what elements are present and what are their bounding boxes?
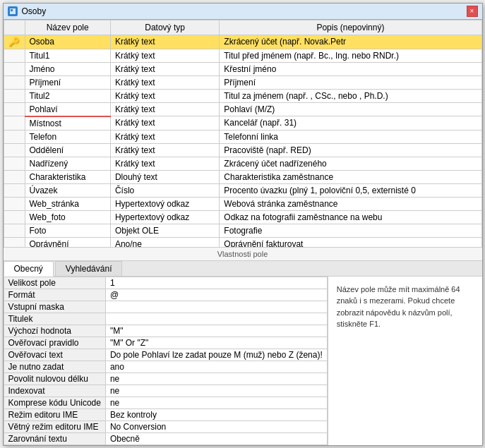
vlastnosti-label: Vlastnosti pole xyxy=(4,247,482,260)
table-row[interactable]: OdděleníKrátký textPracoviště (např. RED… xyxy=(4,143,481,157)
prop-label: Je nutno zadat xyxy=(4,361,105,373)
prop-value[interactable]: ano xyxy=(105,361,327,373)
tabs-row: Obecný Vyhledávání xyxy=(4,261,482,277)
close-button[interactable]: × xyxy=(467,6,478,17)
table-row[interactable]: MístnostKrátký textKancelář (např. 31) xyxy=(4,116,481,131)
type-cell: Krátký text xyxy=(110,130,219,143)
key-cell xyxy=(4,224,25,237)
type-cell: Dlouhý text xyxy=(110,170,219,183)
type-cell: Hypertextový odkaz xyxy=(110,210,219,224)
desc-cell: Titul před jménem (např. Bc., Ing. nebo … xyxy=(220,49,481,62)
desc-cell: Oprávnění fakturovat xyxy=(220,237,481,247)
th-key xyxy=(4,20,25,35)
prop-value[interactable]: ne xyxy=(105,396,327,408)
key-cell xyxy=(4,170,25,183)
table-row[interactable]: CharakteristikaDlouhý textCharakteristik… xyxy=(4,170,481,183)
name-cell: Nadřízený xyxy=(25,157,110,170)
desc-cell: Webová stránka zaměstnance xyxy=(220,197,481,210)
table-row[interactable]: 🔑OsobaKrátký textZkrácený účet (např. No… xyxy=(4,35,481,49)
prop-value[interactable]: ne xyxy=(105,385,327,396)
name-cell: Titul2 xyxy=(25,89,110,102)
table-row[interactable]: Web_stránkaHypertextový odkazWebová strá… xyxy=(4,197,481,210)
prop-label: Komprese kódu Unicode xyxy=(4,396,105,408)
properties-area: Velikost pole1Formát@Vstupní maskaTitule… xyxy=(4,277,482,445)
prop-label: Povolit nulovou délku xyxy=(4,373,105,385)
table-row[interactable]: OprávněníAno/neOprávnění fakturovat xyxy=(4,237,481,247)
key-cell: 🔑 xyxy=(4,35,25,49)
name-cell: Oddělení xyxy=(25,143,110,157)
type-cell: Krátký text xyxy=(110,116,219,131)
prop-value[interactable] xyxy=(105,301,327,313)
desc-cell: Zkrácený účet (např. Novak.Petr xyxy=(220,35,481,49)
table-body: 🔑OsobaKrátký textZkrácený účet (např. No… xyxy=(4,35,481,247)
name-cell: Foto xyxy=(25,224,110,237)
prop-label: Zarovnání textu xyxy=(4,432,105,444)
desc-cell: Zkrácený účet nadřízeného xyxy=(220,157,481,170)
prop-value[interactable]: Obecně xyxy=(105,432,327,444)
prop-value[interactable]: No Conversion xyxy=(105,420,327,432)
table-row[interactable]: TelefonKrátký textTelefonní linka xyxy=(4,130,481,143)
prop-value[interactable]: "M" Or "Z" xyxy=(105,337,327,349)
props-tbody: Velikost pole1Formát@Vstupní maskaTitule… xyxy=(4,277,327,444)
table-row[interactable]: Titul2Krátký textTitul za jménem (např. … xyxy=(4,89,481,102)
table-row[interactable]: NadřízenýKrátký textZkrácený účet nadříz… xyxy=(4,157,481,170)
key-cell xyxy=(4,130,25,143)
type-cell: Krátký text xyxy=(110,89,219,102)
fields-table: Název pole Datový typ Popis (nepovinný) … xyxy=(4,20,482,247)
prop-label: Indexovat xyxy=(4,385,105,396)
th-name: Název pole xyxy=(25,20,110,35)
table-row[interactable]: Web_fotoHypertextový odkazOdkaz na fotog… xyxy=(4,210,481,224)
bottom-section: Obecný Vyhledávání Velikost pole1Formát@… xyxy=(4,260,482,445)
th-desc: Popis (nepovinný) xyxy=(220,20,481,35)
name-cell: Oprávnění xyxy=(25,237,110,247)
key-cell xyxy=(4,49,25,62)
table-row[interactable]: ÚvazekČísloProcento úvazku (plný 1, polo… xyxy=(4,183,481,197)
prop-value[interactable]: ne xyxy=(105,373,327,385)
prop-row: Velikost pole1 xyxy=(4,277,327,289)
name-cell: Titul1 xyxy=(25,49,110,62)
prop-value[interactable]: 1 xyxy=(105,277,327,289)
prop-value[interactable] xyxy=(105,313,327,325)
prop-value[interactable]: Bez kontroly xyxy=(105,408,327,420)
props-table-wrap: Velikost pole1Formát@Vstupní maskaTitule… xyxy=(4,277,328,445)
desc-cell: Příjmení xyxy=(220,75,481,89)
name-cell: Místnost xyxy=(25,116,110,131)
desc-cell: Pracoviště (např. RED) xyxy=(220,143,481,157)
prop-row: Ověřovací textDo pole Pohlaví lze zadat … xyxy=(4,349,327,361)
table-row[interactable]: Titul1Krátký textTitul před jménem (např… xyxy=(4,49,481,62)
desc-cell: Pohlaví (M/Z) xyxy=(220,102,481,116)
table-row[interactable]: PříjmeníKrátký textPříjmení xyxy=(4,75,481,89)
name-cell: Charakteristika xyxy=(25,170,110,183)
window-icon xyxy=(8,6,18,16)
name-cell: Web_foto xyxy=(25,210,110,224)
desc-cell: Titul za jménem (např. , CSc., nebo , Ph… xyxy=(220,89,481,102)
prop-value[interactable]: @ xyxy=(105,289,327,301)
main-table-wrap[interactable]: Název pole Datový typ Popis (nepovinný) … xyxy=(4,20,482,247)
prop-row: Ověřovací pravidlo"M" Or "Z" xyxy=(4,337,327,349)
name-cell: Telefon xyxy=(25,130,110,143)
prop-label: Větný režim editoru IME xyxy=(4,420,105,432)
name-cell: Web_stránka xyxy=(25,197,110,210)
key-cell xyxy=(4,102,25,116)
tab-obecny[interactable]: Obecný xyxy=(4,261,54,277)
title-bar: Osoby × xyxy=(4,4,482,20)
table-header-row: Název pole Datový typ Popis (nepovinný) xyxy=(4,20,481,35)
table-row[interactable]: FotoObjekt OLEFotografie xyxy=(4,224,481,237)
prop-row: Výchozí hodnota"M" xyxy=(4,325,327,337)
prop-row: Komprese kódu Unicodene xyxy=(4,396,327,408)
prop-value[interactable]: Do pole Pohlaví lze zadat pouze M (muž) … xyxy=(105,349,327,361)
key-cell xyxy=(4,143,25,157)
window-title: Osoby xyxy=(22,6,47,16)
name-cell: Jméno xyxy=(25,62,110,75)
prop-label: Vstupní maska xyxy=(4,301,105,313)
table-row[interactable]: PohlavíKrátký textPohlaví (M/Z) xyxy=(4,102,481,116)
svg-rect-1 xyxy=(11,9,13,11)
tab-vyhledavani[interactable]: Vyhledávání xyxy=(55,261,123,276)
table-row[interactable]: JménoKrátký textKřestní jméno xyxy=(4,62,481,75)
type-cell: Krátký text xyxy=(110,75,219,89)
prop-label: Velikost pole xyxy=(4,277,105,289)
prop-value[interactable]: "M" xyxy=(105,325,327,337)
prop-row: Režim editoru IMEBez kontroly xyxy=(4,408,327,420)
th-type: Datový typ xyxy=(110,20,219,35)
desc-cell: Procento úvazku (plný 1, poloviční 0,5, … xyxy=(220,183,481,197)
